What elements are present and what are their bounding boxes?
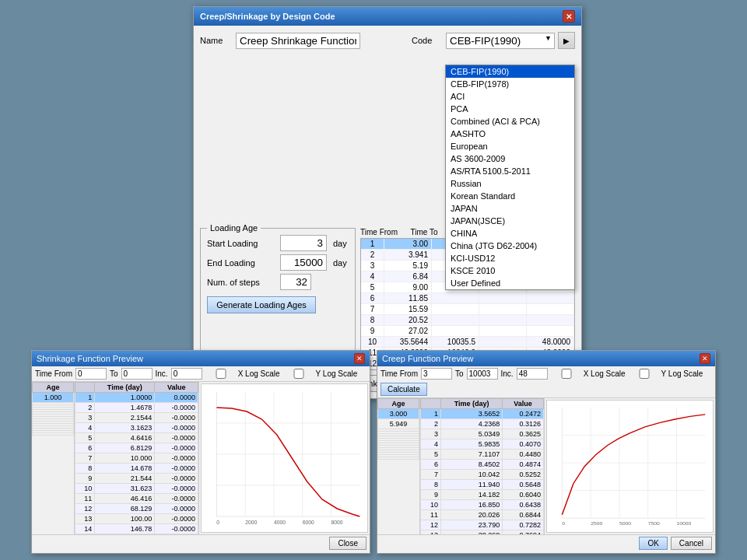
dropdown-item-aci[interactable]: ACI	[446, 90, 574, 103]
dropdown-item-pca[interactable]: PCA	[446, 103, 574, 115]
svg-text:7500: 7500	[648, 520, 660, 526]
creep-time-from-label: Time From	[381, 369, 418, 378]
end-loading-row: End Loading 15000 day	[207, 254, 349, 271]
creep-ok-btn[interactable]: OK	[639, 537, 667, 550]
dropdown-item-china[interactable]: CHINA	[446, 227, 574, 240]
table-row: 8 20.52	[361, 315, 574, 326]
shrinkage-ylog-checkbox[interactable]	[283, 369, 314, 379]
code-input[interactable]: CEB-FIP(1990)	[446, 33, 555, 49]
generate-loading-ages-btn[interactable]: Generate Loading Ages	[207, 296, 316, 313]
dropdown-item-aashto[interactable]: AASHTO	[446, 128, 574, 140]
name-label: Name	[200, 36, 231, 45]
creep-controls: Time From 3 To 10003 Inc. 48 X Log Scale…	[377, 366, 715, 398]
creep-body: Time From 3 To 10003 Inc. 48 X Log Scale…	[377, 366, 715, 551]
creep-inc-label: Inc.	[501, 369, 514, 378]
creep-inc-input[interactable]: 48	[517, 368, 548, 380]
calculate-btn[interactable]: Calculate	[381, 383, 427, 396]
creep-ylog-checkbox[interactable]	[629, 369, 660, 379]
shrinkage-close-btn[interactable]: Close	[329, 537, 366, 550]
creep-time-to-label: To	[455, 369, 464, 378]
creep-content: Age 3.000 5.949	[377, 398, 715, 534]
dropdown-item-chinajtg[interactable]: China (JTG D62-2004)	[446, 240, 574, 252]
creep-xlog-label: X Log Scale	[551, 369, 626, 379]
shrinkage-time-from-label: Time From	[35, 369, 72, 378]
main-dialog-close[interactable]: ✕	[563, 10, 575, 23]
shrinkage-chart: 0 2000 4000 6000 8000	[201, 383, 368, 533]
end-loading-input[interactable]: 15000	[280, 254, 327, 271]
code-section: Code CEB-FIP(1990) ▶	[412, 32, 575, 49]
creep-age-col: Age 3.000 5.949	[377, 398, 420, 534]
shrinkage-inc-input[interactable]: 0	[171, 368, 202, 380]
svg-text:0: 0	[216, 520, 219, 525]
creep-chart: 0 2500 5000 7500 10000	[546, 400, 714, 533]
code-dropdown-list: CEB-FIP(1990) CEB-FIP(1978) ACI PCA Comb…	[445, 65, 575, 290]
shrinkage-close[interactable]: ✕	[354, 353, 365, 364]
dropdown-item-russian[interactable]: Russian	[446, 177, 574, 190]
dropdown-item-european[interactable]: European	[446, 140, 574, 152]
shrinkage-preview-window: Shrinkage Function Preview ✕ Time From 0…	[31, 350, 370, 554]
dropdown-item-userdefined[interactable]: User Defined	[446, 277, 574, 289]
shrinkage-xlog-label: X Log Scale	[205, 369, 280, 379]
shrinkage-time-from-input[interactable]: 0	[75, 368, 107, 380]
name-input[interactable]: Creep Shrinkage Function	[236, 33, 360, 49]
table-row: 9 27.02	[361, 326, 574, 337]
creep-title: Creep Function Preview	[382, 354, 473, 363]
shrinkage-age-col: Age 1.000	[32, 382, 75, 534]
svg-rect-0	[202, 384, 367, 532]
main-dialog-titlebar: Creep/Shrinkage by Design Code ✕	[194, 7, 581, 26]
shrinkage-inc-label: Inc.	[156, 369, 168, 378]
dropdown-item-kciusd[interactable]: KCI-USD12	[446, 252, 574, 264]
creep-xlog-checkbox[interactable]	[551, 369, 582, 379]
dropdown-item-ksce[interactable]: KSCE 2010	[446, 264, 574, 277]
code-label: Code	[412, 36, 443, 45]
name-code-row: Name Creep Shrinkage Function Code CEB-F…	[200, 32, 575, 49]
shrinkage-data-table: Time (day) Value 11.00000.0000 21.4678-0…	[75, 382, 199, 534]
dropdown-item-ceb1990[interactable]: CEB-FIP(1990)	[446, 65, 574, 78]
dropdown-item-combined[interactable]: Combined (ACI & PCA)	[446, 115, 574, 128]
creep-close[interactable]: ✕	[700, 353, 710, 364]
dropdown-item-korean[interactable]: Korean Standard	[446, 190, 574, 202]
creep-time-to-input[interactable]: 10003	[467, 368, 498, 380]
table-row: 10 35.5644 10035.5 48.0000	[361, 337, 574, 348]
svg-text:8000: 8000	[331, 520, 343, 525]
dropdown-item-as3600[interactable]: AS 3600-2009	[446, 152, 574, 165]
shrinkage-time-to-label: To	[110, 369, 118, 378]
start-loading-input[interactable]: 3	[280, 235, 327, 251]
dropdown-item-ceb1978[interactable]: CEB-FIP(1978)	[446, 78, 574, 90]
loading-age-group: Loading Age Start Loading 3 day End Load…	[200, 228, 356, 364]
dropdown-item-asrta[interactable]: AS/RTA 5100.5-2011	[446, 165, 574, 177]
code-arrow-btn[interactable]: ▶	[558, 32, 575, 49]
svg-text:5000: 5000	[619, 520, 631, 526]
svg-text:2500: 2500	[591, 520, 602, 526]
creep-titlebar: Creep Function Preview ✕	[377, 351, 715, 366]
shrinkage-xlog-checkbox[interactable]	[205, 369, 237, 379]
shrinkage-ylog-label: Y Log Scale	[283, 369, 358, 379]
creep-footer: OK Cancel	[377, 534, 715, 551]
svg-text:2000: 2000	[245, 520, 257, 525]
shrinkage-content: Age 1.000	[32, 382, 370, 534]
svg-text:6000: 6000	[303, 520, 314, 525]
dropdown-item-japanjsce[interactable]: JAPAN(JSCE)	[446, 215, 574, 227]
preview-windows: Shrinkage Function Preview ✕ Time From 0…	[31, 350, 716, 554]
svg-text:10000: 10000	[677, 520, 692, 526]
num-steps-input[interactable]: 32	[280, 274, 311, 290]
shrinkage-titlebar: Shrinkage Function Preview ✕	[32, 351, 370, 366]
num-steps-row: Num. of steps 32	[207, 274, 349, 290]
shrinkage-body: Time From 0 To 0 Inc. 0 X Log Scale Y Lo…	[32, 366, 370, 551]
code-dropdown-wrapper: CEB-FIP(1990)	[446, 33, 555, 49]
svg-text:0: 0	[562, 520, 565, 526]
creep-data-table: Time (day) Value 13.56520.2472 24.23680.…	[420, 398, 545, 534]
creep-time-from-input[interactable]: 3	[421, 368, 452, 380]
start-loading-row: Start Loading 3 day	[207, 235, 349, 251]
creep-preview-window: Creep Function Preview ✕ Time From 3 To …	[377, 350, 716, 554]
dropdown-item-japan[interactable]: JAPAN	[446, 202, 574, 215]
creep-ylog-label: Y Log Scale	[629, 369, 703, 379]
table-row: 7 15.59	[361, 304, 574, 315]
creep-cancel-btn[interactable]: Cancel	[671, 537, 712, 550]
main-dialog-body: Name Creep Shrinkage Function Code CEB-F…	[194, 26, 581, 398]
start-loading-label: Start Loading	[207, 239, 277, 248]
table-row: 6 11.85	[361, 293, 574, 304]
shrinkage-time-to-input[interactable]: 0	[121, 368, 153, 380]
shrinkage-controls: Time From 0 To 0 Inc. 0 X Log Scale Y Lo…	[32, 366, 370, 382]
svg-rect-15	[547, 401, 713, 532]
